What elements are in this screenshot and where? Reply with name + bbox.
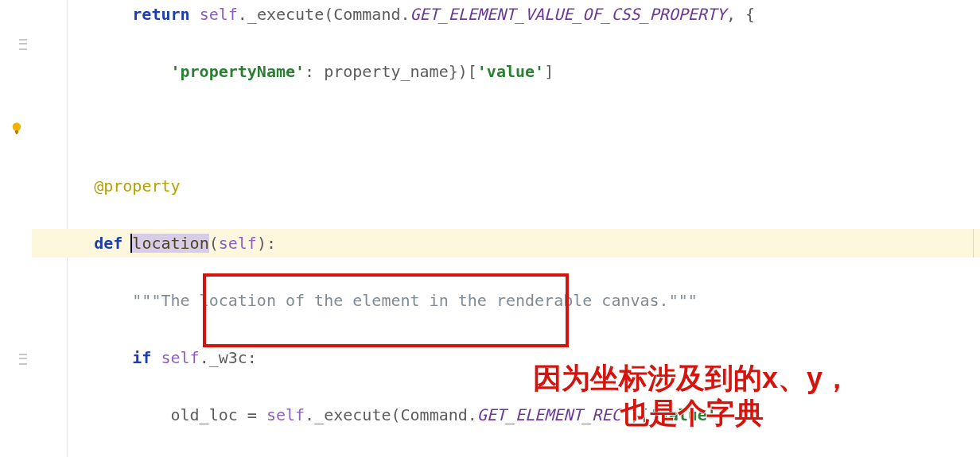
- code-line[interactable]: 'propertyName': property_name})['value']: [32, 57, 980, 86]
- fold-marker-icon[interactable]: [19, 39, 27, 50]
- intention-bulb-icon[interactable]: [10, 121, 24, 135]
- svg-rect-1: [15, 130, 19, 133]
- code-line[interactable]: [32, 114, 980, 143]
- code-line-current[interactable]: def location(self):: [32, 229, 980, 258]
- code-line[interactable]: """The location of the element in the re…: [32, 286, 980, 315]
- svg-point-0: [13, 122, 21, 131]
- code-line[interactable]: return self._execute(Command.GET_ELEMENT…: [32, 0, 980, 29]
- fold-marker-icon[interactable]: [19, 354, 27, 365]
- annotation-text: 因为坐标涉及到的x、y， 也是个字典: [406, 361, 978, 431]
- code-line[interactable]: @property: [32, 172, 980, 200]
- code-editor[interactable]: return self._execute(Command.GET_ELEMENT…: [0, 0, 980, 457]
- gutter: [0, 0, 32, 457]
- code-area[interactable]: return self._execute(Command.GET_ELEMENT…: [32, 0, 980, 457]
- svg-rect-2: [16, 133, 18, 134]
